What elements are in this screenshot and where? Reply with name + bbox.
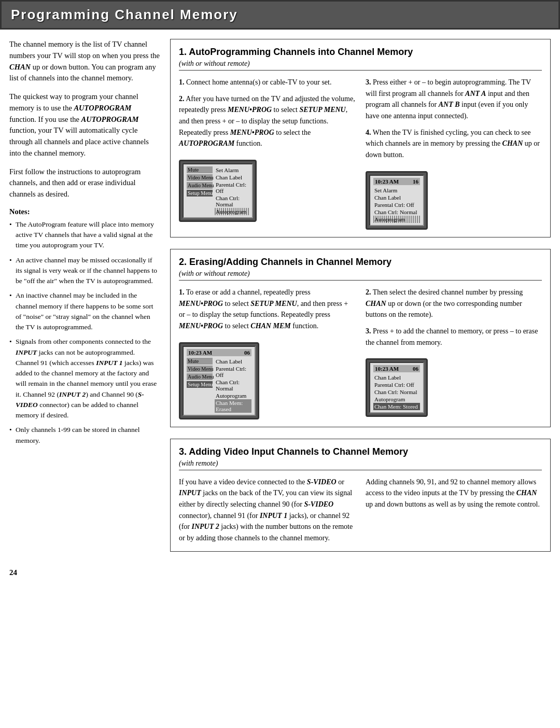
tv-chanctrl-erase: Chan Ctrl: Normal [215,379,251,392]
section3-content: If you have a video device connected to … [179,477,542,544]
notes-list: The AutoProgram feature will place into … [9,219,160,446]
section2-title: 2. Erasing/Adding Channels in Channel Me… [179,257,542,268]
section1-content: 1. Connect home antenna(s) or cable-TV t… [179,77,542,230]
step-item: 3. Press either + or – to begin autoprog… [366,77,542,122]
section2-left: 1. To erase or add a channel, repeatedly… [179,287,355,419]
tv-left-menu: Mute Video Menu Audio Menu Setup Menu [187,166,213,215]
section2-left-steps: 1. To erase or add a channel, repeatedly… [179,287,355,337]
section1-right: 3. Press either + or – to begin autoprog… [366,77,542,230]
tv-right-menu: Set Alarm Chan Label Parental Ctrl: Off … [215,166,249,215]
tv-chanmem-store: Chan Mem: Stored [373,403,420,410]
section3-title: 3. Adding Video Input Channels to Channe… [179,446,542,457]
section1-title: 1. AutoProgramming Channels into Channel… [179,47,542,58]
section3-subtitle: (with remote) [179,459,542,470]
section1-box: 1. AutoProgramming Channels into Channel… [170,39,551,237]
step-item: 2. After you have turned on the TV and a… [179,93,355,149]
section2-box: 2. Erasing/Adding Channels in Channel Me… [170,249,551,427]
tv-ch-erase: 06 [244,349,250,356]
tv-menu-video: Video Menu [187,174,213,181]
tv-channel: 16 [413,178,418,185]
left-column: The channel memory is the list of TV cha… [9,39,160,563]
section2-right: 2. Then select the desired channel numbe… [366,287,542,419]
tv-left-menu-erase: Mute Video Menu Audio Menu Setup Menu [187,358,213,413]
step-item: 4. When the TV is finished cycling, you … [366,127,542,161]
page-header: Programming Channel Memory [0,0,560,30]
tv-item-parental: Parental Ctrl: Off [215,181,249,194]
section1-subtitle: (with or without remote) [179,60,542,71]
tv-autoprg-store: Autoprogram [373,396,420,403]
tv-autoprg-erase: Autoprogram [215,392,251,399]
notes-title: Notes: [9,207,160,216]
tv-item-chanctrl: Chan Ctrl: Normal [373,208,420,216]
tv-audio-erase: Audio Menu [187,373,213,380]
right-column: 1. AutoProgramming Channels into Channel… [170,39,551,563]
tv-chanlabel-erase: Chan Label [215,358,251,365]
intro-para-1: The channel memory is the list of TV cha… [9,39,160,84]
section1-left-steps: 1. Connect home antenna(s) or cable-TV t… [179,77,355,155]
tv-ch-store: 06 [413,366,418,372]
page-title: Programming Channel Memory [11,7,549,23]
tv-right-menu-erase: Chan Label Parental Ctrl: Off Chan Ctrl:… [215,358,251,413]
tv-top-bar-erase: 10:23 AM 06 [187,349,251,356]
tv-time: 10:23 AM [375,178,399,185]
note-item: Signals from other components connected … [9,337,160,421]
section2-right-steps: 2. Then select the desired channel numbe… [366,287,542,353]
tv-mockup-2: 10:23 AM 16 Set Alarm Chan Label Parenta… [366,171,428,230]
section1-right-steps: 3. Press either + or – to begin autoprog… [366,77,542,166]
tv-item-chan-ctrl: Chan Ctrl: Normal [215,194,249,208]
tv-item-alarm: Set Alarm [215,166,249,174]
notes-section: Notes: The AutoProgram feature will plac… [9,207,160,446]
tv-parental-store: Parental Ctrl: Off [373,381,420,388]
tv-mockup-store: 10:23 AM 06 Chan Label Parental Ctrl: Of… [366,358,428,417]
note-item: Only channels 1-99 can be stored in chan… [9,425,160,446]
tv-chanctrl-store: Chan Ctrl: Normal [373,388,420,396]
tv-chanlabel-store: Chan Label [373,374,420,381]
step-item: 1. To erase or add a channel, repeatedly… [179,287,355,332]
tv-item-autoprogram2: Autoprogram [373,216,420,223]
tv-mockup-1: Mute Video Menu Audio Menu Setup Menu Se… [179,160,257,222]
section3-box: 3. Adding Video Input Channels to Channe… [170,439,551,552]
page-number: 24 [0,563,560,582]
tv-mockup-erase: 10:23 AM 06 Mute Video Menu Audio Menu S… [179,342,259,419]
step-item: 1. Connect home antenna(s) or cable-TV t… [179,77,355,88]
tv-time-erase: 10:23 AM [188,349,212,356]
section2-subtitle: (with or without remote) [179,270,542,281]
tv-item-autoprogram: Autoprogram [215,208,249,215]
step-item: 3. Press + to add the channel to memory,… [366,326,542,348]
tv-mute-erase: Mute [187,358,213,365]
tv-time-store: 10:23 AM [375,366,399,372]
tv-parental-erase: Parental Ctrl: Off [215,365,251,379]
tv-item-chan-label: Chan Label [215,174,249,181]
tv-menu-setup: Setup Menu [187,190,213,197]
tv-item-chanlabel: Chan Label [373,194,420,201]
section3-left: If you have a video device connected to … [179,477,355,544]
tv-menu-audio: Audio Menu [187,182,213,189]
tv-setup-erase: Setup Menu [187,381,213,388]
section1-left: 1. Connect home antenna(s) or cable-TV t… [179,77,355,230]
tv-item-setalarm: Set Alarm [373,187,420,194]
tv-video-erase: Video Menu [187,366,213,372]
note-item: An active channel may be missed occasion… [9,255,160,287]
section2-content: 1. To erase or add a channel, repeatedly… [179,287,542,419]
tv-top-bar-store: 10:23 AM 06 [373,365,420,372]
tv-item-parental2: Parental Ctrl: Off [373,201,420,208]
tv-chanmem-erase: Chan Mem: Erased [215,399,251,413]
step-item: 2. Then select the desired channel numbe… [366,287,542,320]
tv-menu-mute: Mute [187,166,213,173]
note-item: The AutoProgram feature will place into … [9,219,160,251]
note-item: An inactive channel may be included in t… [9,290,160,332]
tv-top-bar: 10:23 AM 16 [373,178,420,185]
intro-para-2: The quickest way to program your channel… [9,91,160,159]
intro-para-3: First follow the instructions to autopro… [9,166,160,200]
tv-sidebar-erase: Mute Video Menu Audio Menu Setup Menu Ch… [187,358,251,413]
page-body: The channel memory is the list of TV cha… [0,39,560,563]
section3-right: Adding channels 90, 91, and 92 to channe… [366,477,542,544]
